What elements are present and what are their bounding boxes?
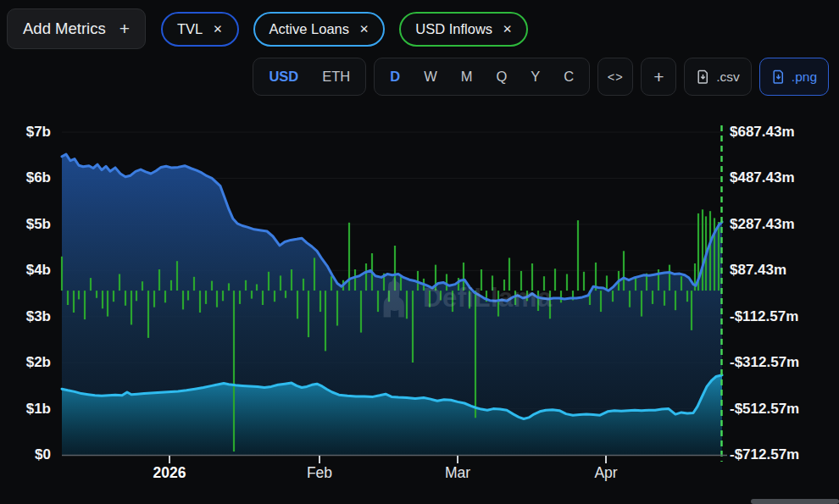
timeframe-option-w[interactable]: W (412, 58, 449, 95)
right-axis-label: $687.43m (730, 123, 795, 141)
left-axis-label: $6b (0, 169, 51, 187)
right-axis-label: -$112.57m (730, 307, 798, 326)
timeframe-option-q[interactable]: Q (484, 58, 519, 95)
download-csv-button[interactable]: .csv (684, 58, 752, 96)
horizontal-scrollbar-thumb[interactable] (751, 499, 839, 504)
x-axis-label: 2026 (134, 464, 205, 482)
left-axis-label: $5b (0, 215, 51, 234)
metric-pill-tvl[interactable]: TVL✕ (161, 12, 239, 47)
timeframe-option-d[interactable]: D (378, 58, 412, 95)
timeframe-option-m[interactable]: M (449, 58, 485, 95)
metric-pill-active-loans[interactable]: Active Loans✕ (253, 12, 386, 47)
metric-pill-label: USD Inflows (415, 21, 492, 37)
left-axis-label: $4b (0, 261, 51, 280)
left-axis-label: $3b (0, 307, 51, 326)
add-metrics-label: Add Metrics (23, 19, 106, 38)
x-axis-label: Apr (570, 464, 642, 482)
timeframe-option-c[interactable]: C (552, 58, 586, 95)
right-axis-label: -$712.57m (730, 446, 799, 464)
right-axis-label: $287.43m (730, 215, 795, 234)
file-download-icon (771, 69, 786, 84)
metric-pill-label: Active Loans (269, 21, 349, 37)
metric-pill-label: TVL (177, 21, 203, 37)
metric-pills: TVL✕Active Loans✕USD Inflows✕ (161, 12, 528, 47)
metric-pill-usd-inflows[interactable]: USD Inflows✕ (399, 12, 528, 47)
left-axis-label: $2b (0, 353, 51, 372)
currency-option-eth[interactable]: ETH (310, 58, 362, 95)
close-icon[interactable]: ✕ (213, 22, 222, 36)
currency-option-usd[interactable]: USD (257, 58, 310, 95)
metrics-toolbar: Add Metrics + TVL✕Active Loans✕USD Inflo… (7, 8, 528, 49)
file-download-icon (696, 69, 710, 84)
add-chart-button[interactable]: + (641, 58, 676, 96)
embed-code-button[interactable]: <> (597, 58, 633, 96)
x-axis-label: Feb (284, 464, 355, 482)
close-icon[interactable]: ✕ (359, 22, 369, 36)
plus-icon: + (653, 67, 664, 87)
timeframe-option-y[interactable]: Y (519, 58, 552, 95)
csv-button-label: .csv (716, 69, 740, 85)
right-axis-label: -$512.57m (730, 400, 799, 418)
left-axis-label: $1b (0, 400, 51, 418)
currency-toggle-group: USDETH (253, 58, 366, 96)
left-axis-label: $7b (0, 123, 51, 141)
right-axis-label: $87.43m (730, 261, 786, 280)
chart-controls-toolbar: USDETH DWMQYC <> + .csv .png (253, 58, 829, 96)
code-icon: <> (608, 70, 624, 84)
app-window: $7b$6b$5b$4b$3b$2b$1b$0 $687.43m$487.43m… (0, 0, 839, 504)
plus-icon: + (119, 19, 130, 39)
left-axis-label: $0 (0, 446, 51, 464)
download-png-button[interactable]: .png (759, 58, 829, 96)
png-button-label: .png (792, 69, 817, 85)
timeframe-group: DWMQYC (374, 58, 590, 96)
close-icon[interactable]: ✕ (503, 22, 512, 36)
x-axis-label: Mar (422, 464, 493, 482)
add-metrics-button[interactable]: Add Metrics + (7, 8, 146, 49)
right-axis-label: $487.43m (730, 169, 795, 187)
right-axis-label: -$312.57m (730, 353, 799, 372)
